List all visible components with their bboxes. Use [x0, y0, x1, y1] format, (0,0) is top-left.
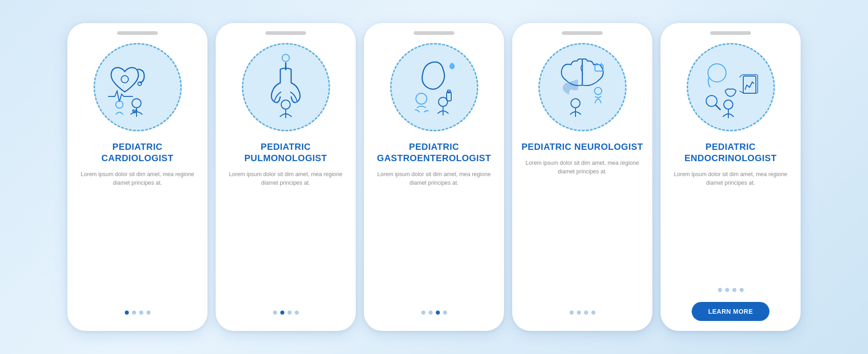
dot-4	[591, 311, 595, 315]
desc-pulmonologist: Lorem ipsum dolor sit dim amet, mea regi…	[216, 170, 356, 188]
dot-1	[273, 311, 277, 315]
svg-line-20	[716, 105, 720, 110]
svg-point-0	[121, 76, 128, 83]
phone-notch-2	[265, 31, 306, 35]
dot-3	[732, 288, 736, 292]
phone-notch-5	[710, 31, 751, 35]
dot-1	[570, 311, 574, 315]
card-neurologist: PEDIATRIC NEUROLOGIST Lorem ipsum dolor …	[512, 23, 652, 331]
dots-endocrinologist	[718, 288, 744, 292]
illustration-cardiologist	[94, 43, 182, 131]
dot-3	[436, 311, 440, 315]
svg-point-5	[282, 54, 289, 62]
dot-2	[577, 311, 581, 315]
dot-4	[443, 311, 447, 315]
phone-notch-4	[562, 31, 603, 35]
desc-cardiologist: Lorem ipsum dolor sit dim amet, mea regi…	[67, 170, 208, 188]
illustration-neurologist	[538, 43, 627, 131]
phone-notch-3	[414, 31, 454, 35]
dot-3	[584, 311, 588, 315]
dot-4	[740, 288, 744, 292]
svg-point-6	[281, 100, 290, 109]
dots-gastroenterologist	[421, 311, 447, 315]
svg-point-2	[132, 99, 141, 108]
card-gastroenterologist: PEDIATRIC GASTROENTEROLOGIST Lorem ipsum…	[364, 23, 504, 331]
dot-1	[125, 311, 129, 315]
title-endocrinologist: PEDIATRIC ENDOCRINOLOGIST	[660, 141, 801, 164]
card-cardiologist: PEDIATRIC CARDIOLOGIST Lorem ipsum dolor…	[67, 23, 208, 331]
desc-endocrinologist: Lorem ipsum dolor sit dim amet, mea regi…	[660, 170, 801, 188]
cards-container: PEDIATRIC CARDIOLOGIST Lorem ipsum dolor…	[67, 23, 801, 331]
illustration-endocrinologist	[687, 43, 775, 131]
svg-point-3	[116, 101, 123, 108]
dot-2	[132, 311, 136, 315]
illustration-gastroenterologist	[390, 43, 478, 131]
svg-point-7	[416, 93, 427, 104]
desc-neurologist: Lorem ipsum dolor sit dim amet, mea regi…	[512, 159, 652, 177]
dot-2	[280, 311, 284, 315]
dot-1	[718, 288, 722, 292]
dot-2	[725, 288, 729, 292]
desc-gastroenterologist: Lorem ipsum dolor sit dim amet, mea regi…	[364, 170, 504, 188]
dot-3	[139, 311, 143, 315]
dots-pulmonologist	[273, 311, 299, 315]
svg-point-18	[724, 100, 733, 109]
title-pulmonologist: PEDIATRIC PULMONOLOGIST	[216, 141, 356, 164]
dot-4	[295, 311, 299, 315]
dot-3	[288, 311, 292, 315]
title-neurologist: PEDIATRIC NEUROLOGIST	[513, 141, 651, 153]
dot-4	[146, 311, 151, 315]
svg-point-15	[571, 99, 580, 108]
card-pulmonologist: PEDIATRIC PULMONOLOGIST Lorem ipsum dolo…	[216, 23, 356, 331]
dot-2	[429, 311, 433, 315]
learn-more-button[interactable]: LEARN MORE	[692, 302, 769, 321]
dots-neurologist	[570, 311, 595, 315]
title-cardiologist: PEDIATRIC CARDIOLOGIST	[67, 141, 208, 164]
card-endocrinologist: PEDIATRIC ENDOCRINOLOGIST Lorem ipsum do…	[660, 23, 801, 331]
svg-point-14	[594, 87, 602, 95]
svg-point-16	[708, 64, 726, 82]
phone-notch-1	[117, 31, 158, 35]
illustration-pulmonologist	[242, 43, 330, 131]
title-gastroenterologist: PEDIATRIC GASTROENTEROLOGIST	[364, 141, 504, 164]
dots-cardiologist	[125, 311, 151, 315]
svg-rect-17	[743, 76, 756, 93]
dot-1	[421, 311, 425, 315]
